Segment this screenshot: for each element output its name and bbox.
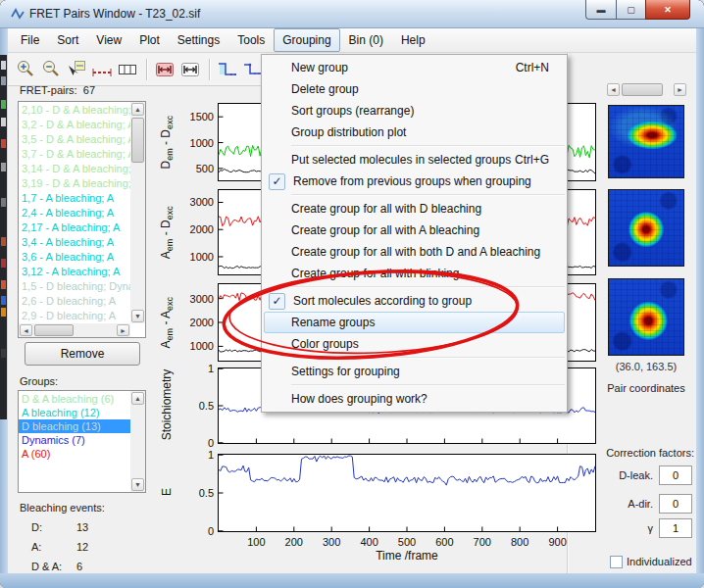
fret-pair-item[interactable]: 1,7 - A bleaching; A <box>19 191 130 206</box>
menu-separator <box>291 357 565 359</box>
menu-item-view[interactable]: View <box>87 28 130 52</box>
minimize-button[interactable]: ▬ <box>585 0 617 20</box>
group-item[interactable]: Dynamics (7) <box>19 433 130 447</box>
menu-item-create-group-for-all-with-a-bleaching[interactable]: Create group for all with A bleaching <box>264 220 565 241</box>
menu-item-help[interactable]: Help <box>392 28 434 52</box>
individualized-checkbox[interactable] <box>610 556 623 568</box>
scroll-thumb[interactable] <box>34 324 74 336</box>
remove-button[interactable]: Remove <box>25 342 140 366</box>
menu-item-color-groups[interactable]: Color groups <box>264 333 565 355</box>
y-axis-label: Dem - Dexc <box>159 103 175 181</box>
fret-pairs-list[interactable]: 2,10 - D & A bleaching; A3,2 - D & A ble… <box>18 101 146 338</box>
fret-pair-item[interactable]: 2,10 - D & A bleaching; A <box>19 103 130 118</box>
fret-pair-item[interactable]: 1,5 - D bleaching; Dynamics <box>19 279 130 294</box>
grouping-menu-popup: New groupCtrl+NDelete groupSort groups (… <box>261 54 568 413</box>
menu-item-label: Settings for grouping <box>291 365 561 378</box>
menu-item-sort-molecules-according-to-group[interactable]: ✓Sort molecules according to group <box>264 290 565 312</box>
scroll-thumb[interactable] <box>622 83 663 96</box>
menu-item-new-group[interactable]: New groupCtrl+N <box>264 57 565 78</box>
scroll-right-arrow[interactable]: ► <box>674 83 686 96</box>
checkmark-icon: ✓ <box>269 293 285 310</box>
group-item[interactable]: A bleaching (12) <box>19 406 130 419</box>
x-tick-label: 300 <box>312 536 351 548</box>
y-tick-label: 500 <box>173 163 214 174</box>
menu-item-delete-group[interactable]: Delete group <box>264 78 565 100</box>
close-button[interactable]: ✕ <box>645 0 690 20</box>
field-input-[interactable]: 1 <box>659 518 692 538</box>
group-item[interactable]: A (60) <box>19 447 130 461</box>
data-cursor-icon[interactable] <box>65 58 88 81</box>
x-tick-label: 800 <box>500 536 539 548</box>
window-border-right <box>696 27 704 588</box>
fret-pair-item[interactable]: 3,7 - D & A bleaching; A <box>19 147 130 162</box>
window-title: FRET Pairs Window - T23_02.sif <box>29 7 200 21</box>
fret-pair-item[interactable]: 2,6 - D bleaching; A <box>19 294 130 309</box>
fret-pair-item[interactable]: 2,4 - A bleaching; A <box>19 206 130 220</box>
zoom-out-icon[interactable] <box>39 58 63 81</box>
pair-image-2 <box>608 189 684 267</box>
groups-list[interactable]: D & A bleaching (6)A bleaching (12)D ble… <box>18 390 146 493</box>
fret-pair-item[interactable]: 2,17 - A bleaching; A <box>19 220 130 235</box>
fret-pair-item[interactable]: 3,6 - A bleaching; A <box>19 250 130 265</box>
fret-pair-item[interactable]: 3,4 - A bleaching; A <box>19 235 130 250</box>
measure-line-icon[interactable] <box>90 58 114 81</box>
menu-item-tools[interactable]: Tools <box>228 28 274 52</box>
pairs-vertical-scrollbar[interactable]: ▲ ▼ <box>130 102 145 323</box>
scroll-right-arrow[interactable]: ► <box>117 324 129 336</box>
scroll-down-arrow[interactable]: ▼ <box>131 310 144 322</box>
y-axis-label: Aem - Aexc <box>159 283 175 362</box>
background-fragment <box>1 349 6 358</box>
molecule-scrollbar[interactable]: ◄ ► <box>607 83 686 97</box>
zoom-in-icon[interactable] <box>14 58 37 81</box>
scroll-thumb[interactable] <box>131 118 144 163</box>
menu-item-grouping[interactable]: Grouping <box>274 28 339 52</box>
group-item[interactable]: D & A bleaching (6) <box>19 392 130 406</box>
field-input-d-leak[interactable]: 0 <box>659 466 692 485</box>
maximize-button[interactable]: ▢ <box>617 0 645 20</box>
menu-item-settings-for-grouping[interactable]: Settings for grouping <box>264 361 565 382</box>
scroll-left-arrow[interactable]: ◄ <box>607 83 620 96</box>
menu-item-bin-0[interactable]: Bin (0) <box>340 28 392 52</box>
menu-item-label: How does grouping work? <box>291 392 561 406</box>
menu-item-plot[interactable]: Plot <box>130 28 169 52</box>
menu-item-remove-from-previous-groups-when-grouping[interactable]: ✓Remove from previous groups when groupi… <box>264 171 565 192</box>
menu-item-create-group-for-all-with-blinking[interactable]: Create group for all with blinking <box>264 263 565 284</box>
background-fragment <box>1 237 6 246</box>
fret-pair-item[interactable]: 3,14 - D & A bleaching; A <box>19 162 130 176</box>
groups-vertical-scrollbar[interactable]: ▲ ▼ <box>130 391 145 492</box>
fret-pair-item[interactable]: 3,2 - D & A bleaching; A <box>19 118 130 132</box>
plot-e <box>218 454 596 532</box>
fit-x-icon[interactable] <box>178 58 202 81</box>
menu-item-settings[interactable]: Settings <box>169 28 228 52</box>
x-tick-label: 200 <box>275 536 314 548</box>
group-item[interactable]: D bleaching (13) <box>19 419 130 433</box>
fit-x-red-icon[interactable] <box>153 58 176 81</box>
field-input-a-dir[interactable]: 0 <box>659 494 692 514</box>
fret-pair-item[interactable]: 3,19 - D & A bleaching; A <box>19 176 130 191</box>
menu-item-file[interactable]: File <box>12 28 48 52</box>
scroll-up-arrow[interactable]: ▲ <box>131 392 144 405</box>
menu-item-rename-groups[interactable]: Rename groups <box>264 312 565 333</box>
x-tick-label: 100 <box>236 536 276 548</box>
scroll-down-arrow[interactable]: ▼ <box>131 478 144 491</box>
menu-item-put-selected-molecules-in-selected-groups[interactable]: Put selected molecules in selected group… <box>264 149 565 171</box>
fret-pair-item[interactable]: 2,9 - D bleaching; A <box>19 309 130 323</box>
trace-style-1-icon[interactable] <box>216 58 239 81</box>
fret-pair-item[interactable]: 3,5 - D & A bleaching; A <box>19 132 130 147</box>
menu-item-sort-groups-rearrange[interactable]: Sort groups (rearrange) <box>264 100 565 122</box>
pairs-horizontal-scrollbar[interactable]: ◄ ► <box>19 323 130 337</box>
menu-gutter <box>269 202 283 217</box>
panel-columns-icon[interactable] <box>116 58 139 81</box>
window-border-bottom[interactable] <box>0 573 704 588</box>
scroll-up-arrow[interactable]: ▲ <box>131 103 144 116</box>
menu-item-sort[interactable]: Sort <box>48 28 87 52</box>
menu-item-create-group-for-all-with-d-bleaching[interactable]: Create group for all with D bleaching <box>264 198 565 220</box>
menu-separator <box>291 384 565 386</box>
scroll-left-arrow[interactable]: ◄ <box>20 324 32 336</box>
background-fragment <box>1 296 6 305</box>
menu-item-label: Rename groups <box>291 316 561 329</box>
menu-item-how-does-grouping-work[interactable]: How does grouping work? <box>264 388 565 410</box>
menu-item-group-distribution-plot[interactable]: Group distribution plot <box>264 122 565 143</box>
menu-item-create-group-for-all-with-both-d-and-a-bleaching[interactable]: Create group for all with both D and A b… <box>264 241 565 263</box>
fret-pair-item[interactable]: 3,12 - A bleaching; A <box>19 265 130 279</box>
